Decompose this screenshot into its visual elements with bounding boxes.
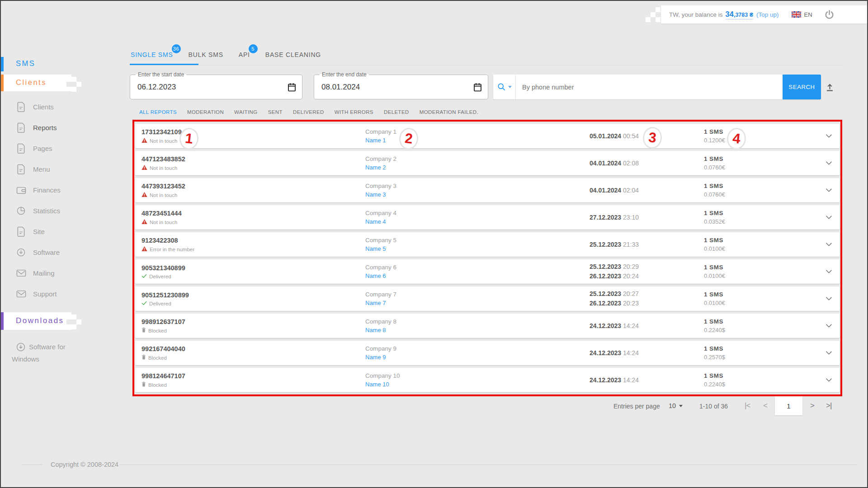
calendar-icon[interactable] [473, 83, 482, 92]
expand-chevron-icon[interactable] [826, 161, 832, 165]
top-up-link[interactable]: (Top up) [756, 11, 779, 18]
sidebar-menu: Clients Reports Pages Menu Finances Stat… [1, 96, 115, 304]
client-name-link[interactable]: Name 7 [365, 300, 396, 306]
client-name-link[interactable]: Name 9 [365, 354, 396, 361]
sidebar-item-finances[interactable]: Finances [1, 179, 115, 200]
download-circle-icon [16, 342, 26, 356]
sidebar-item-software[interactable]: Software [1, 242, 115, 263]
sidebar-item-support[interactable]: Support [1, 283, 115, 304]
sidebar-item-label: Software [33, 249, 60, 256]
client-name-link[interactable]: Name 4 [365, 218, 396, 225]
sidebar-section-sms[interactable]: SMS [16, 59, 35, 68]
language-selector[interactable]: EN [792, 11, 812, 18]
search-type-dropdown[interactable] [493, 75, 516, 99]
sms-count: 1 SMS [704, 291, 725, 298]
uk-flag-icon [792, 11, 801, 18]
status: Not in touch [142, 165, 185, 171]
sidebar-item-site[interactable]: Site [1, 221, 115, 242]
expand-chevron-icon[interactable] [826, 243, 832, 247]
dates-cell: 04.01.2024 02:04 [590, 186, 639, 195]
sidebar-item-reports[interactable]: Reports [1, 117, 115, 138]
report-filter-moderation[interactable]: MODERATION [187, 109, 224, 115]
search-icon [497, 82, 506, 92]
report-filter-waiting[interactable]: WAITING [234, 109, 258, 115]
client-name-link[interactable]: Name 2 [365, 164, 396, 171]
report-filter-with-errors[interactable]: WITH ERRORS [335, 109, 373, 115]
previous-page-button[interactable]: < [763, 401, 767, 410]
calendar-icon[interactable] [288, 83, 296, 92]
chevron-down-icon [679, 405, 683, 407]
tab-badge: 36 [172, 44, 181, 53]
status: Blocked [142, 328, 185, 334]
expand-chevron-icon[interactable] [826, 134, 832, 138]
status: Not in touch [142, 138, 182, 144]
document-icon [16, 164, 26, 174]
current-page-input[interactable]: 1 [775, 396, 802, 415]
document-icon [16, 226, 26, 237]
start-date-field[interactable]: Enter the start date 06.12.2023 [130, 75, 302, 99]
client-name-link[interactable]: Name 3 [365, 191, 396, 198]
tab-base-cleaning[interactable]: BASE CLEANING [264, 50, 322, 65]
sms-count: 1 SMS [704, 264, 725, 271]
warning-icon [142, 219, 147, 225]
dates-cell: 05.01.2024 00:54 [590, 131, 639, 141]
tab-single-sms[interactable]: SINGLE SMS 36 [130, 50, 174, 65]
report-filter-all-reports[interactable]: ALL REPORTS [139, 109, 177, 115]
sidebar-item-label: Mailing [33, 269, 55, 277]
sidebar-item-clients[interactable]: Clients [1, 96, 115, 117]
expand-chevron-icon[interactable] [826, 324, 832, 328]
expand-chevron-icon[interactable] [826, 188, 832, 192]
sidebar-item-menu[interactable]: Menu [1, 159, 115, 179]
export-upload-button[interactable] [825, 82, 835, 92]
blocked-icon [142, 382, 146, 388]
report-filter-delivered[interactable]: DELIVERED [293, 109, 324, 115]
tab-label: BULK SMS [189, 51, 223, 58]
tab-api[interactable]: API 5 [238, 50, 251, 65]
document-icon [16, 102, 26, 112]
expand-chevron-icon[interactable] [826, 378, 832, 382]
next-page-button[interactable]: > [810, 401, 814, 410]
client-name-link[interactable]: Name 8 [365, 327, 396, 333]
envelope-icon [16, 269, 26, 277]
sidebar-item-pages[interactable]: Pages [1, 138, 115, 159]
sidebar-section-downloads[interactable]: Downloads [16, 316, 64, 325]
document-icon [16, 122, 26, 133]
report-filter-deleted[interactable]: DELETED [384, 109, 409, 115]
search-button[interactable]: SEARCH [783, 75, 821, 99]
sidebar-section-clients[interactable]: Clients [16, 78, 47, 87]
balance-amount[interactable]: 34,3783 ₴ [726, 10, 753, 19]
client-name-link[interactable]: Name 6 [365, 272, 396, 279]
tab-bulk-sms[interactable]: BULK SMS [188, 50, 224, 65]
expand-chevron-icon[interactable] [826, 351, 832, 355]
expand-chevron-icon[interactable] [826, 297, 832, 301]
sms-price: 0.0760€ [704, 191, 725, 198]
first-page-button[interactable]: |< [745, 401, 750, 410]
dates-cell: 27.12.2023 23:10 [590, 213, 639, 222]
entries-per-page-select[interactable]: 10 [669, 402, 683, 409]
sidebar-item-software-for-windows[interactable]: Software for Windows [12, 341, 80, 365]
warning-icon [142, 165, 147, 171]
expand-chevron-icon[interactable] [826, 270, 832, 274]
sms-cell: 1 SMS 0.0100€ [704, 264, 725, 279]
phone-cell: 905321340899 Delivered [142, 264, 185, 279]
logout-power-button[interactable] [824, 9, 835, 20]
end-date-field[interactable]: Enter the end date 08.01.2024 [314, 75, 488, 99]
sidebar-item-statistics[interactable]: Statistics [1, 200, 115, 221]
client-name-link[interactable]: Name 5 [365, 245, 396, 252]
company-name: Company 8 [365, 318, 396, 325]
company-cell: Company 8 Name 8 [365, 318, 396, 333]
search-input[interactable] [516, 76, 783, 99]
footer-divider [22, 465, 42, 465]
expand-chevron-icon[interactable] [826, 216, 832, 220]
phone-number: 447123483852 [142, 155, 185, 163]
sidebar-item-mailing[interactable]: Mailing [1, 263, 115, 283]
report-filter-sent[interactable]: SENT [268, 109, 283, 115]
report-filter-moderation-failed[interactable]: MODERATION FAILED. [420, 109, 478, 115]
sms-cell: 1 SMS 0.0100€ [704, 237, 725, 252]
date-time: 04.01.2024 02:08 [590, 159, 639, 168]
client-name-link[interactable]: Name 1 [365, 137, 396, 144]
last-page-button[interactable]: >| [826, 401, 831, 410]
client-name-link[interactable]: Name 10 [365, 381, 400, 388]
company-cell: Company 1 Name 1 [365, 128, 396, 144]
pagination-range: 1-10 of 36 [699, 403, 728, 410]
